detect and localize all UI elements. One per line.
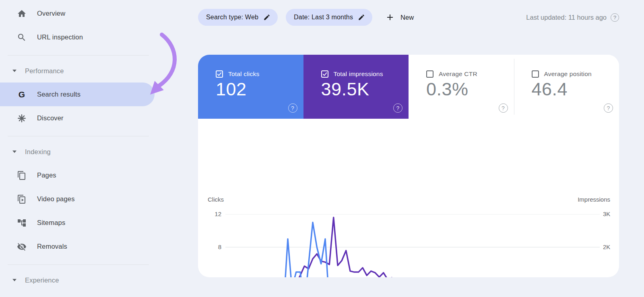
sidebar-item-sitemaps[interactable]: Sitemaps — [0, 211, 155, 235]
home-icon — [17, 9, 27, 19]
metric-checkbox-row: Average position — [532, 70, 592, 78]
metric-card-total-clicks[interactable]: Total clicks102? — [198, 55, 303, 119]
edit-pencil-icon — [358, 14, 365, 21]
impressions-axis-tick: 1K — [603, 277, 610, 277]
sidebar-item-label: Discover — [37, 114, 64, 122]
sidebar-item-label: Video pages — [37, 195, 75, 203]
new-filter-button[interactable]: New — [385, 12, 414, 22]
sidebar-item-label: URL inspection — [37, 33, 83, 41]
sidebar: OverviewURL inspectionPerformanceGSearch… — [0, 0, 177, 297]
metric-card-total-impressions[interactable]: Total impressions39.5K? — [303, 55, 409, 119]
performance-report-card: Total clicks102?Total impressions39.5K?A… — [198, 55, 619, 277]
asterisk-icon — [17, 113, 27, 123]
removals-icon — [17, 242, 27, 252]
unchecked-checkbox-icon[interactable] — [426, 70, 433, 78]
sidebar-item-video-pages[interactable]: Video pages — [0, 187, 155, 211]
last-updated-text: Last updated: 11 hours ago — [526, 14, 607, 21]
sitemaps-icon — [17, 218, 27, 228]
metric-checkbox-row: Total impressions — [321, 70, 383, 78]
help-icon[interactable]: ? — [393, 103, 402, 113]
sidebar-item-label: Removals — [37, 243, 67, 250]
plus-icon — [385, 12, 395, 22]
sidebar-section-label: Performance — [25, 67, 64, 75]
help-icon[interactable]: ? — [288, 103, 297, 113]
metric-card-average-position[interactable]: Average position46.4? — [514, 55, 619, 119]
pages-icon — [17, 171, 27, 180]
clicks-axis-tick: 4 — [198, 277, 221, 277]
last-updated: Last updated: 11 hours ago ? — [526, 13, 619, 22]
metric-label: Average position — [544, 70, 592, 78]
metric-label: Average CTR — [439, 70, 477, 78]
line-total-clicks — [225, 223, 600, 277]
sidebar-item-discover[interactable]: Discover — [0, 106, 155, 130]
chevron-down-icon — [12, 279, 17, 281]
video-pages-icon — [17, 194, 27, 204]
help-icon[interactable]: ? — [604, 103, 613, 113]
sidebar-item-label: Overview — [37, 10, 65, 17]
impressions-axis-tick: 2K — [603, 243, 610, 251]
sidebar-divider — [8, 55, 149, 56]
date-range-chip[interactable]: Date: Last 3 months — [286, 9, 372, 26]
card-divider — [514, 59, 514, 115]
impressions-axis-tick: 3K — [603, 210, 610, 218]
search-type-chip[interactable]: Search type: Web — [198, 9, 278, 26]
sidebar-section-label: Indexing — [25, 148, 51, 156]
metric-card-average-ctr[interactable]: Average CTR0.3%? — [409, 55, 514, 119]
metric-value: 46.4 — [532, 79, 568, 100]
google-g-icon: G — [17, 90, 27, 99]
search-type-chip-label: Search type: Web — [206, 14, 258, 21]
checked-checkbox-icon[interactable] — [321, 70, 328, 78]
sidebar-section-experience[interactable]: Experience — [0, 271, 155, 289]
metric-value: 0.3% — [426, 79, 469, 100]
right-axis-title: Impressions — [578, 196, 610, 203]
clicks-axis-tick: 8 — [198, 243, 221, 251]
sidebar-divider — [8, 264, 149, 265]
toolbar: Search type: Web Date: Last 3 months New… — [198, 8, 619, 26]
sidebar-section-performance[interactable]: Performance — [0, 62, 155, 80]
chart-plot — [225, 214, 601, 277]
chevron-down-icon — [12, 70, 17, 72]
sidebar-section-indexing[interactable]: Indexing — [0, 142, 155, 161]
unchecked-checkbox-icon[interactable] — [532, 70, 539, 78]
sidebar-item-search-results[interactable]: GSearch results — [0, 82, 155, 106]
edit-pencil-icon — [263, 14, 270, 21]
sidebar-item-pages[interactable]: Pages — [0, 163, 155, 187]
left-axis-title: Clicks — [208, 196, 224, 203]
metric-label: Total impressions — [334, 70, 383, 78]
sidebar-item-label: Search results — [37, 91, 80, 98]
clicks-axis-tick: 12 — [198, 210, 221, 218]
metric-checkbox-row: Average CTR — [426, 70, 477, 78]
metric-checkbox-row: Total clicks — [216, 70, 259, 78]
chevron-down-icon — [12, 151, 17, 153]
sidebar-section-label: Experience — [25, 276, 59, 284]
metric-value: 39.5K — [321, 79, 369, 100]
sidebar-item-removals[interactable]: Removals — [0, 235, 155, 258]
metric-cards-row: Total clicks102?Total impressions39.5K?A… — [198, 55, 619, 119]
help-icon[interactable]: ? — [611, 13, 619, 22]
metric-value: 102 — [216, 79, 247, 100]
date-range-chip-label: Date: Last 3 months — [294, 14, 353, 21]
help-icon[interactable]: ? — [499, 103, 508, 113]
sidebar-item-overview[interactable]: Overview — [0, 2, 155, 25]
checked-checkbox-icon[interactable] — [216, 70, 223, 78]
sidebar-item-label: Sitemaps — [37, 219, 65, 227]
new-filter-label: New — [400, 14, 414, 21]
metric-label: Total clicks — [228, 70, 259, 78]
sidebar-divider — [8, 136, 149, 136]
search-icon — [17, 33, 27, 42]
performance-chart: Clicks Impressions 0481201K2K3K1/30/242/… — [198, 119, 619, 277]
sidebar-item-url-inspection[interactable]: URL inspection — [0, 25, 155, 49]
sidebar-item-label: Pages — [37, 171, 56, 179]
